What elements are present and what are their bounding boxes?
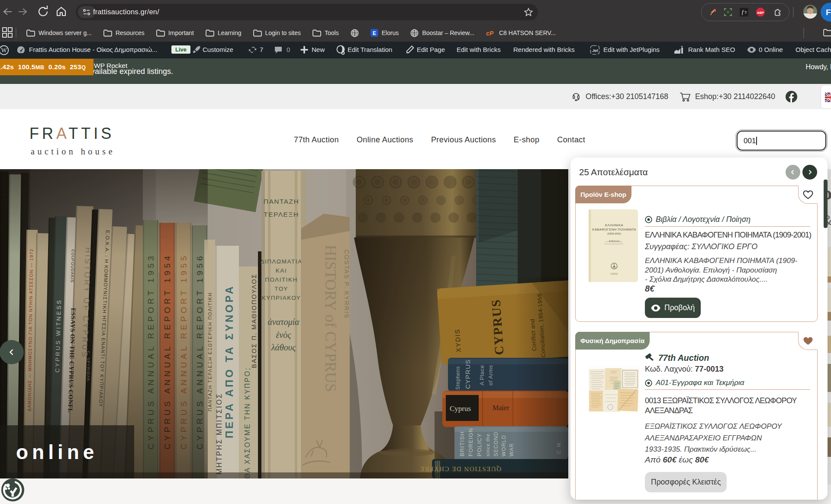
svg-text:E: E <box>373 30 376 36</box>
svg-text:?: ? <box>744 10 747 15</box>
svg-text:ΙΚΑΡΟΣ: ΙΚΑΡΟΣ <box>611 273 618 275</box>
svg-text:ΚΑΒΑΦΟΓΕΝΗ ΠΟΙΗΜΑΤΑ: ΚΑΒΑΦΟΓΕΝΗ ΠΟΙΗΜΑΤΑ <box>592 228 636 231</box>
svg-text:ABP: ABP <box>757 11 764 15</box>
svg-text:cP: cP <box>486 30 494 36</box>
svg-text:(1909-2001): (1909-2001) <box>607 232 622 235</box>
svg-text:W: W <box>1 47 7 54</box>
svg-text:Fi: Fi <box>826 8 831 17</box>
svg-text:ΕΛΛΗΝΙΚΑ: ΕΛΛΗΝΙΚΑ <box>605 223 623 227</box>
svg-text:Jet: Jet <box>592 48 599 53</box>
